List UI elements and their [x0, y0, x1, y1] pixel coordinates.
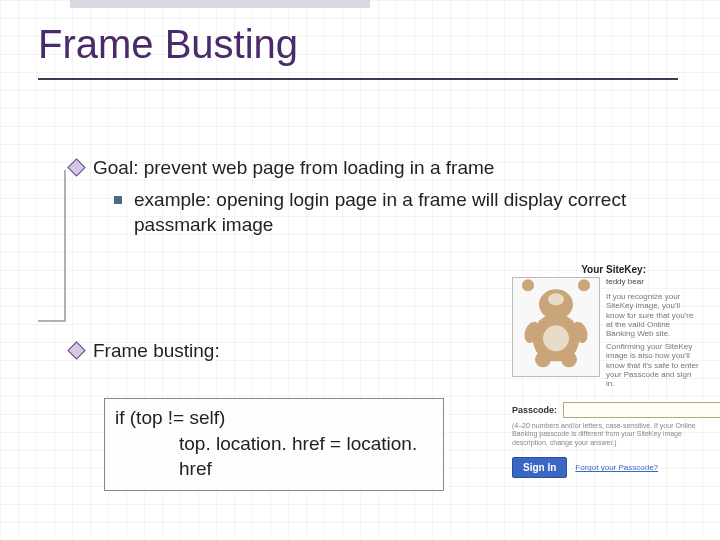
sitekey-card: Your SiteKey: teddy bear If you recogniz… — [512, 264, 700, 478]
passcode-input[interactable] — [563, 402, 720, 418]
sitekey-header: Your SiteKey: — [512, 264, 700, 275]
sitekey-caption: teddy bear — [606, 277, 700, 286]
slide-accent-bar — [70, 0, 370, 8]
sitekey-blurb-1: If you recognize your SiteKey image, you… — [606, 292, 700, 338]
diamond-bullet-icon — [67, 341, 85, 359]
bullet-goal: Goal: prevent web page from loading in a… — [70, 155, 690, 181]
left-notch-decoration — [38, 320, 66, 322]
code-line-2: top. location. href = location. href — [115, 431, 433, 482]
sitekey-image — [512, 277, 600, 377]
slide-title: Frame Busting — [38, 22, 298, 67]
teddy-bear-icon — [533, 295, 579, 361]
code-line-1: if (top != self) — [115, 405, 433, 431]
passcode-label: Passcode: — [512, 405, 557, 415]
sub-bullet-example: example: opening login page in a frame w… — [114, 187, 674, 238]
title-underline — [38, 78, 678, 80]
code-box: if (top != self) top. location. href = l… — [104, 398, 444, 491]
passcode-hint: (4–20 numbers and/or letters, case-sensi… — [512, 422, 700, 447]
sitekey-meta: teddy bear If you recognize your SiteKey… — [606, 277, 700, 392]
forgot-passcode-link[interactable]: Forgot your Passcode? — [575, 463, 658, 472]
bullet-goal-text: Goal: prevent web page from loading in a… — [93, 155, 494, 181]
bullet-frame-busting-text: Frame busting: — [93, 338, 220, 364]
square-bullet-icon — [114, 196, 122, 204]
diamond-bullet-icon — [67, 158, 85, 176]
sitekey-blurb-2: Confirming your SiteKey image is also ho… — [606, 342, 700, 388]
sub-bullet-example-text: example: opening login page in a frame w… — [134, 187, 674, 238]
sign-in-button[interactable]: Sign In — [512, 457, 567, 478]
